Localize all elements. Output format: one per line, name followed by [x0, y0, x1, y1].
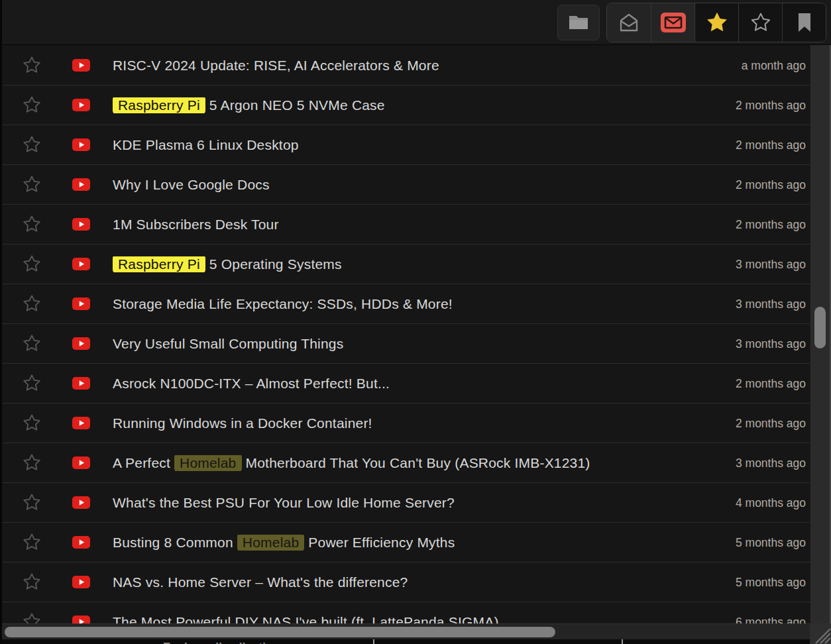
- row-timestamp: 2 months ago: [736, 376, 806, 390]
- row-timestamp: 3 months ago: [736, 297, 806, 311]
- row-title: NAS vs. Home Server – What's the differe…: [113, 574, 507, 590]
- star-filled-icon: [705, 11, 729, 34]
- youtube-favicon: [72, 456, 90, 469]
- horizontal-scrollbar-track[interactable]: [2, 623, 810, 639]
- youtube-favicon: [72, 297, 90, 310]
- list-item[interactable]: Asrock N100DC-ITX – Almost Perfect! But.…: [2, 364, 810, 403]
- list-item[interactable]: A Perfect Homelab Motherboard That You C…: [2, 443, 810, 483]
- youtube-favicon: [72, 178, 90, 191]
- favorite-star-icon[interactable]: [22, 493, 42, 512]
- youtube-favicon: [72, 616, 90, 623]
- red-envelope-icon: [660, 11, 687, 34]
- list-item[interactable]: RISC-V 2024 Update: RISE, AI Accelerator…: [2, 46, 810, 85]
- star-outline-icon: [749, 12, 772, 33]
- starred-filter-button[interactable]: [694, 3, 738, 42]
- row-title: Why I Love Google Docs: [113, 177, 369, 193]
- row-timestamp: 2 months ago: [736, 178, 806, 191]
- row-title: Raspberry Pi 5 Argon NEO 5 NVMe Case: [113, 97, 484, 113]
- bookmark-icon: [796, 13, 813, 32]
- list-item[interactable]: Running Windows in a Docker Container! 2…: [2, 403, 810, 443]
- favorite-star-icon[interactable]: [22, 135, 42, 154]
- favorite-star-icon[interactable]: [22, 453, 42, 472]
- list-item[interactable]: Busting 8 Common Homelab Power Efficienc…: [2, 523, 810, 563]
- bookmarked-filter-button[interactable]: [782, 3, 826, 42]
- favorite-star-icon[interactable]: [22, 215, 42, 234]
- favorite-star-icon[interactable]: [22, 413, 42, 433]
- row-title: Raspberry Pi 5 Operating Systems: [113, 256, 441, 272]
- list-item[interactable]: NAS vs. Home Server – What's the differe…: [2, 563, 810, 602]
- vertical-scrollbar-thumb[interactable]: [814, 307, 826, 349]
- inbox-filter-button[interactable]: [607, 3, 651, 42]
- row-timestamp: 2 months ago: [736, 138, 806, 152]
- youtube-favicon: [72, 496, 90, 509]
- favorite-star-icon[interactable]: [22, 56, 42, 75]
- favorite-star-icon[interactable]: [22, 612, 42, 623]
- youtube-favicon: [72, 99, 90, 111]
- youtube-favicon: [72, 138, 90, 151]
- favorite-star-icon[interactable]: [22, 254, 42, 274]
- list-item[interactable]: What's the Best PSU For Your Low Idle Ho…: [2, 483, 810, 523]
- row-title: Running Windows in a Docker Container!: [113, 415, 472, 431]
- row-timestamp: 3 months ago: [736, 257, 806, 271]
- resize-grip[interactable]: [810, 623, 831, 644]
- row-title: 1M Subscribers Desk Tour: [113, 217, 378, 233]
- folder-filter-button[interactable]: [557, 5, 600, 40]
- read-state-filter-group: [606, 3, 826, 42]
- horizontal-scrollbar-thumb[interactable]: [5, 627, 555, 637]
- row-title: The Most Powerful DIY NAS I've built (ft…: [113, 614, 598, 624]
- unread-filter-button[interactable]: [651, 3, 694, 42]
- row-title: Asrock N100DC-ITX – Almost Perfect! But.…: [113, 376, 489, 392]
- vertical-scrollbar-track[interactable]: [810, 45, 831, 623]
- search-highlight: Homelab: [174, 455, 241, 471]
- list-item[interactable]: Very Useful Small Computing Things 3 mon…: [2, 324, 810, 364]
- row-timestamp: 6 months ago: [736, 615, 806, 623]
- favorite-star-icon[interactable]: [22, 175, 42, 194]
- row-timestamp: 3 months ago: [736, 337, 806, 350]
- row-timestamp: 2 months ago: [736, 98, 806, 112]
- row-title: KDE Plasma 6 Linux Desktop: [113, 137, 398, 153]
- favorite-star-icon[interactable]: [22, 374, 42, 393]
- row-timestamp: 5 months ago: [736, 575, 806, 589]
- row-timestamp: 4 months ago: [736, 496, 806, 510]
- row-timestamp: 5 months ago: [736, 535, 806, 549]
- row-timestamp: 2 months ago: [736, 217, 806, 231]
- filter-toolbar: [2, 0, 831, 45]
- list-item[interactable]: Why I Love Google Docs 2 months ago: [2, 165, 810, 205]
- youtube-favicon: [72, 536, 90, 549]
- open-envelope-icon: [619, 13, 639, 32]
- list-item[interactable]: The Most Powerful DIY NAS I've built (ft…: [2, 602, 810, 623]
- youtube-favicon: [72, 576, 90, 588]
- youtube-favicon: [72, 337, 90, 350]
- row-title: Busting 8 Common Homelab Power Efficienc…: [113, 535, 554, 551]
- list-item[interactable]: 1M Subscribers Desk Tour 2 months ago: [2, 205, 810, 244]
- favorite-star-icon[interactable]: [22, 533, 42, 552]
- youtube-favicon: [72, 377, 90, 390]
- row-title: Storage Media Life Expectancy: SSDs, HDD…: [113, 296, 552, 312]
- search-highlight: Raspberry Pi: [113, 256, 205, 272]
- youtube-favicon: [72, 258, 90, 270]
- search-highlight: Raspberry Pi: [113, 97, 205, 113]
- row-timestamp: 3 months ago: [736, 456, 806, 470]
- video-list: RISC-V 2024 Update: RISE, AI Accelerator…: [2, 46, 810, 623]
- favorite-star-icon[interactable]: [22, 95, 42, 115]
- row-title: RISC-V 2024 Update: RISE, AI Accelerator…: [113, 58, 539, 74]
- list-item[interactable]: Storage Media Life Expectancy: SSDs, HDD…: [2, 284, 810, 324]
- folder-icon: [568, 14, 589, 31]
- row-title: Very Useful Small Computing Things: [113, 336, 443, 352]
- favorite-star-icon[interactable]: [22, 294, 42, 313]
- explore-collections-link[interactable]: Explore all collections: [163, 641, 286, 644]
- row-timestamp: a month ago: [742, 58, 806, 72]
- favorite-star-icon[interactable]: [22, 334, 42, 353]
- list-item[interactable]: Raspberry Pi 5 Argon NEO 5 NVMe Case 2 m…: [2, 85, 810, 125]
- youtube-favicon: [72, 59, 90, 72]
- list-item[interactable]: Raspberry Pi 5 Operating Systems 3 month…: [2, 244, 810, 284]
- reader-window: RISC-V 2024 Update: RISE, AI Accelerator…: [0, 0, 831, 644]
- list-item[interactable]: KDE Plasma 6 Linux Desktop 2 months ago: [2, 125, 810, 165]
- row-title: What's the Best PSU For Your Low Idle Ho…: [113, 495, 554, 511]
- clipped-footer: Explore all collections: [2, 639, 810, 644]
- unstarred-filter-button[interactable]: [738, 3, 782, 42]
- favorite-star-icon[interactable]: [22, 572, 42, 592]
- row-timestamp: 2 months ago: [736, 416, 806, 430]
- footer-clipped-element: [622, 639, 623, 644]
- footer-clipped-element: [373, 639, 374, 644]
